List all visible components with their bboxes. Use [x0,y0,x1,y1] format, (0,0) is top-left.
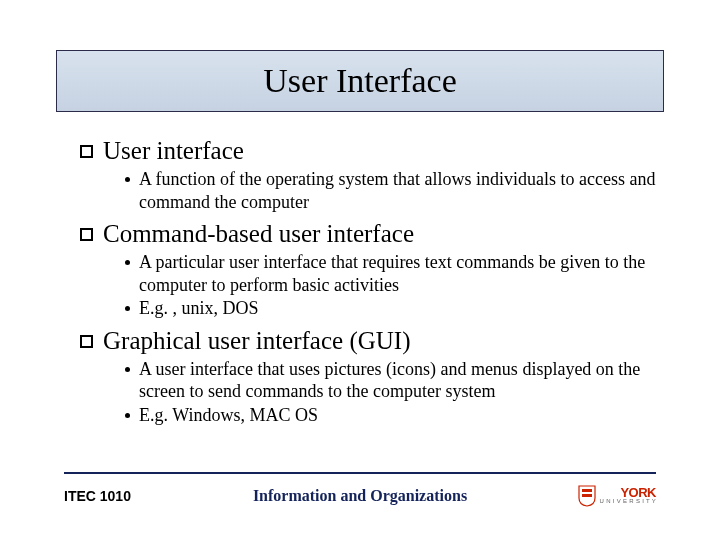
sub-list-item: E.g. Windows, MAC OS [125,404,660,427]
dot-bullet-icon [125,413,130,418]
square-bullet-icon [80,228,93,241]
list-item: User interface [80,136,660,166]
sub-list-item: A function of the operating system that … [125,168,660,213]
dot-bullet-icon [125,306,130,311]
square-bullet-icon [80,335,93,348]
sub-text: A user interface that uses pictures (ico… [139,358,660,403]
list-item: Command-based user interface [80,219,660,249]
dot-bullet-icon [125,260,130,265]
sub-text: E.g. Windows, MAC OS [139,404,318,427]
sub-list: A function of the operating system that … [125,168,660,213]
slide-title: User Interface [263,62,456,100]
sub-list-item: A particular user interface that require… [125,251,660,296]
footer-subtitle: Information and Organizations [64,487,656,505]
slide-footer: ITEC 1010 Information and Organizations … [64,472,656,512]
list-heading: Command-based user interface [103,219,414,249]
sub-list-item: E.g. , unix, DOS [125,297,660,320]
sub-text: A function of the operating system that … [139,168,660,213]
sub-list: A user interface that uses pictures (ico… [125,358,660,427]
sub-list-item: A user interface that uses pictures (ico… [125,358,660,403]
list-heading: User interface [103,136,244,166]
slide-content: User interface A function of the operati… [80,130,660,426]
square-bullet-icon [80,145,93,158]
sub-text: E.g. , unix, DOS [139,297,259,320]
title-bar: User Interface [56,50,664,112]
slide: User Interface User interface A function… [0,0,720,540]
dot-bullet-icon [125,367,130,372]
sub-list: A particular user interface that require… [125,251,660,320]
sub-text: A particular user interface that require… [139,251,660,296]
dot-bullet-icon [125,177,130,182]
list-item: Graphical user interface (GUI) [80,326,660,356]
list-heading: Graphical user interface (GUI) [103,326,410,356]
